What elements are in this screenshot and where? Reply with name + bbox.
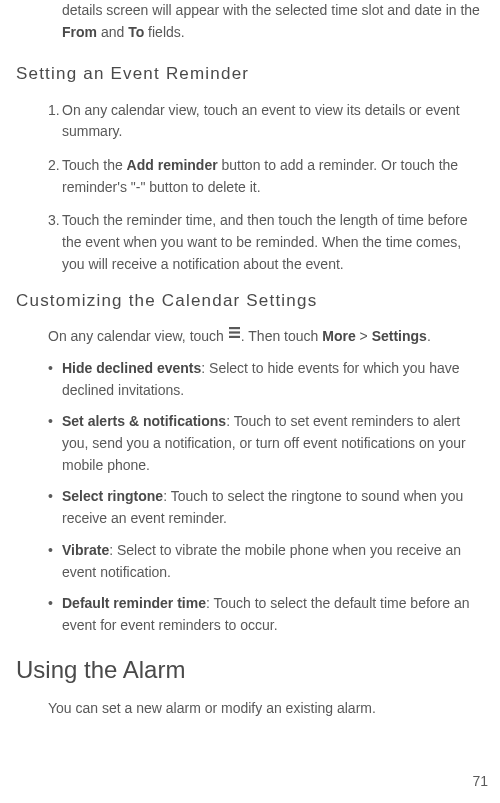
menu-icon: [228, 325, 241, 347]
item-text-before: Touch the: [62, 157, 127, 173]
bullet-text: : Select to vibrate the mobile phone whe…: [62, 542, 461, 580]
to-label: To: [128, 24, 144, 40]
intro-and: and: [97, 24, 128, 40]
list-item: • Default reminder time: Touch to select…: [8, 593, 492, 636]
add-reminder-label: Add reminder: [127, 157, 218, 173]
list-item: • Hide declined events: Select to hide e…: [8, 358, 492, 401]
bullet-bold: Set alerts & notifications: [62, 413, 226, 429]
list-item: 2. Touch the Add reminder button to add …: [8, 155, 492, 198]
section-heading-reminder: Setting an Event Reminder: [8, 61, 492, 87]
item-text: On any calendar view, touch an event to …: [62, 102, 460, 140]
from-label: From: [62, 24, 97, 40]
period: .: [427, 328, 431, 344]
bullet-char: •: [48, 358, 53, 380]
section2-intro: On any calendar view, touch . Then touch…: [8, 326, 492, 348]
page-number: 71: [472, 771, 488, 793]
bullet-bold: Select ringtone: [62, 488, 163, 504]
intro-mid: . Then touch: [241, 328, 322, 344]
item-number: 3.: [48, 210, 60, 232]
section-heading-alarm: Using the Alarm: [8, 651, 492, 688]
intro-text-1: details screen will appear with the sele…: [62, 2, 480, 18]
bullet-char: •: [48, 486, 53, 508]
list-item: • Set alerts & notifications: Touch to s…: [8, 411, 492, 476]
svg-rect-0: [229, 327, 240, 329]
item-number: 2.: [48, 155, 60, 177]
list-item: 3. Touch the reminder time, and then tou…: [8, 210, 492, 275]
bullet-bold: Hide declined events: [62, 360, 201, 376]
more-label: More: [322, 328, 355, 344]
list-item: • Select ringtone: Touch to select the r…: [8, 486, 492, 529]
intro-fields: fields.: [144, 24, 184, 40]
item-number: 1.: [48, 100, 60, 122]
gt-sep: >: [356, 328, 372, 344]
settings-label: Settings: [372, 328, 427, 344]
alarm-body: You can set a new alarm or modify an exi…: [8, 698, 492, 720]
bullet-bold: Vibrate: [62, 542, 109, 558]
bullet-char: •: [48, 540, 53, 562]
bullet-bold: Default reminder time: [62, 595, 206, 611]
bullet-char: •: [48, 411, 53, 433]
item-text: Touch the reminder time, and then touch …: [62, 212, 467, 271]
intro-paragraph: details screen will appear with the sele…: [8, 0, 492, 43]
bullet-char: •: [48, 593, 53, 615]
list-item: 1. On any calendar view, touch an event …: [8, 100, 492, 143]
list-item: • Vibrate: Select to vibrate the mobile …: [8, 540, 492, 583]
section-heading-customizing: Customizing the Calendar Settings: [8, 288, 492, 314]
intro-before: On any calendar view, touch: [48, 328, 228, 344]
svg-rect-1: [229, 332, 240, 334]
svg-rect-2: [229, 336, 240, 338]
